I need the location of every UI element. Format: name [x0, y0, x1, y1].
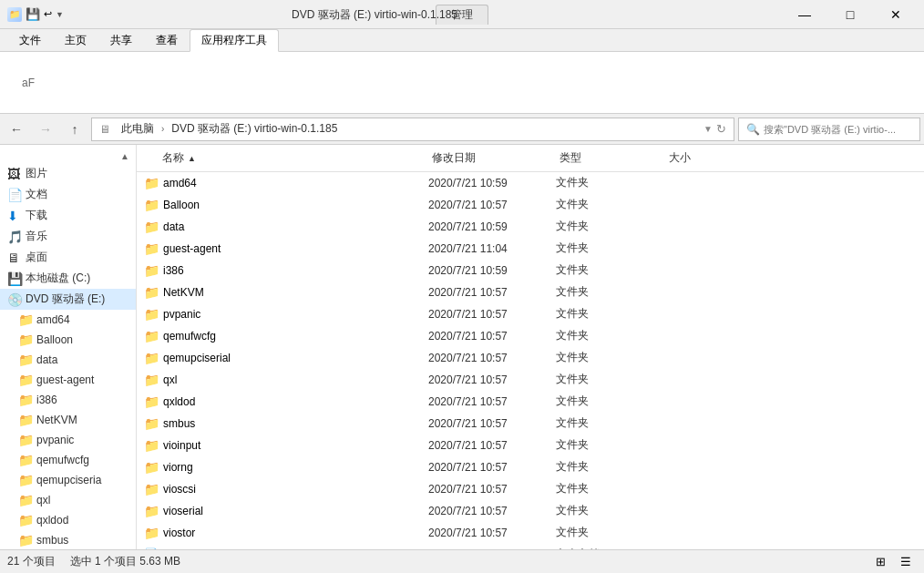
folder-icon: 📁	[144, 241, 159, 256]
sidebar-item-pvpanic[interactable]: 📁 pvpanic	[11, 430, 136, 450]
file-name-text: qemufwcfg	[163, 330, 216, 343]
file-type-cell: 文件夹	[556, 262, 665, 278]
sidebar-item-qemupciseria[interactable]: 📁 qemupciseria	[11, 470, 136, 490]
file-type-cell: 文件夹	[556, 372, 665, 387]
table-row[interactable]: 📁 vioscsi 2020/7/21 10:57 文件夹	[137, 478, 924, 500]
tab-home[interactable]: 主页	[53, 29, 98, 51]
sidebar-item-smbus[interactable]: 📁 smbus	[11, 530, 136, 549]
sidebar-item-amd64[interactable]: 📁 amd64	[11, 310, 136, 330]
table-row[interactable]: 📁 qxldod 2020/7/21 10:57 文件夹	[137, 391, 924, 413]
folder-icon: 📁	[144, 351, 159, 365]
close-button[interactable]: ✕	[875, 2, 917, 27]
tab-view[interactable]: 查看	[144, 29, 190, 51]
address-input[interactable]: 🖥 此电脑 › DVD 驱动器 (E:) virtio-win-0.1.185 …	[91, 118, 734, 141]
file-name-text: vioinput	[163, 439, 200, 452]
status-selected-items: 选中 1 个项目 5.63 MB	[70, 554, 180, 569]
col-header-name[interactable]: 名称 ▲	[137, 148, 428, 168]
sidebar-item-downloads[interactable]: ⬇ 下载	[0, 205, 136, 226]
quick-access-more[interactable]: ▼	[56, 10, 64, 19]
sidebar-label-documents: 文档	[26, 187, 47, 202]
sidebar-label-pvpanic: pvpanic	[36, 434, 74, 446]
sidebar-item-qemufwcfg[interactable]: 📁 qemufwcfg	[11, 450, 136, 470]
sidebar-label-guest-agent: guest-agent	[36, 373, 94, 386]
pictures-icon: 🖼	[7, 167, 22, 181]
sidebar-item-qxldod[interactable]: 📁 qxldod	[11, 510, 136, 530]
ribbon-content: aF	[0, 51, 924, 113]
status-bar: 21 个项目 选中 1 个项目 5.63 MB ⊞ ☰	[0, 549, 924, 573]
table-row[interactable]: 📁 viostor 2020/7/21 10:57 文件夹	[137, 522, 924, 544]
sidebar-item-desktop[interactable]: 🖥 桌面	[0, 247, 136, 268]
sidebar-item-i386[interactable]: 📁 i386	[11, 390, 136, 410]
file-list-header: 名称 ▲ 修改日期 类型 大小	[137, 145, 924, 172]
sidebar-label-qxl: qxl	[36, 494, 50, 506]
tab-share[interactable]: 共享	[98, 29, 144, 51]
quick-access-undo[interactable]: ↩	[44, 8, 52, 20]
sidebar-scroll-up-btn[interactable]: ▲	[118, 148, 132, 163]
table-row[interactable]: 📁 Balloon 2020/7/21 10:57 文件夹	[137, 194, 924, 216]
sidebar-item-guest-agent[interactable]: 📁 guest-agent	[11, 370, 136, 390]
file-name-cell: 📁 amd64	[137, 176, 428, 190]
sidebar-item-dvd[interactable]: 💿 DVD 驱动器 (E:)	[0, 289, 136, 310]
table-row[interactable]: 📁 amd64 2020/7/21 10:59 文件夹	[137, 172, 924, 194]
file-date-cell: 2020/7/21 10:57	[428, 308, 556, 321]
sidebar-item-documents[interactable]: 📄 文档	[0, 184, 136, 205]
sidebar: ▲ 🖼 图片 📄 文档 ⬇ 下载 🎵 音乐 🖥 桌面 💾 本地磁盘 (C:) 💿	[0, 145, 137, 549]
table-row[interactable]: 📁 vioserial 2020/7/21 10:57 文件夹	[137, 500, 924, 522]
table-row[interactable]: 📁 viorng 2020/7/21 10:57 文件夹	[137, 456, 924, 478]
table-row[interactable]: 📁 i386 2020/7/21 10:59 文件夹	[137, 260, 924, 281]
folder-icon-qxl: 📁	[18, 493, 33, 507]
table-row[interactable]: 📁 qxl 2020/7/21 10:57 文件夹	[137, 369, 924, 391]
table-row[interactable]: 📁 data 2020/7/21 10:59 文件夹	[137, 216, 924, 238]
folder-icon-i386: 📁	[18, 393, 33, 407]
quick-access-save[interactable]: 💾	[26, 7, 40, 21]
table-row[interactable]: 📁 qemupciserial 2020/7/21 10:57 文件夹	[137, 347, 924, 369]
search-box[interactable]: 🔍	[738, 118, 920, 141]
maximize-button[interactable]: □	[829, 2, 871, 27]
sidebar-item-localdisk[interactable]: 💾 本地磁盘 (C:)	[0, 268, 136, 289]
col-header-type[interactable]: 类型	[556, 148, 665, 168]
folder-icon-pvpanic: 📁	[18, 433, 33, 447]
sidebar-item-music[interactable]: 🎵 音乐	[0, 226, 136, 247]
grid-view-button[interactable]: ⊞	[869, 553, 891, 571]
tab-file[interactable]: 文件	[7, 29, 53, 51]
table-row[interactable]: 📁 smbus 2020/7/21 10:57 文件夹	[137, 413, 924, 435]
file-date-cell: 2020/7/21 10:57	[428, 505, 556, 517]
file-date-cell: 2020/7/21 10:59	[428, 264, 556, 277]
back-button[interactable]: ←	[4, 118, 29, 140]
folder-icon: 📁	[144, 198, 159, 212]
sidebar-item-data[interactable]: 📁 data	[11, 350, 136, 370]
address-segment-computer[interactable]: 此电脑	[118, 119, 158, 138]
list-view-button[interactable]: ☰	[895, 553, 917, 571]
sidebar-item-qxl[interactable]: 📁 qxl	[11, 490, 136, 510]
table-row[interactable]: 📁 vioinput 2020/7/21 10:57 文件夹	[137, 435, 924, 456]
minimize-button[interactable]: —	[784, 2, 826, 27]
file-date-cell: 2020/7/21 11:04	[428, 242, 556, 255]
col-header-size[interactable]: 大小	[665, 148, 756, 168]
address-refresh-btn[interactable]: ↻	[716, 122, 726, 136]
address-dropdown-btn[interactable]: ▼	[703, 124, 713, 134]
table-row[interactable]: 📁 pvpanic 2020/7/21 10:57 文件夹	[137, 303, 924, 325]
sidebar-item-netkvm[interactable]: 📁 NetKVM	[11, 410, 136, 430]
sidebar-item-balloon[interactable]: 📁 Balloon	[11, 330, 136, 350]
file-type-cell: 文件夹	[556, 175, 665, 190]
music-icon: 🎵	[7, 230, 22, 244]
sidebar-item-pictures[interactable]: 🖼 图片	[0, 163, 136, 184]
folder-icon-qemufwcfg: 📁	[18, 453, 33, 467]
file-type-cell: 文件夹	[556, 197, 665, 212]
file-date-cell: 2020/7/21 10:57	[428, 373, 556, 386]
file-type-cell: 文件夹	[556, 394, 665, 409]
search-input[interactable]	[764, 124, 912, 135]
dvd-icon: 💿	[7, 292, 22, 307]
sidebar-label-music: 音乐	[26, 229, 47, 244]
address-segment-drive[interactable]: DVD 驱动器 (E:) virtio-win-0.1.185	[168, 119, 341, 138]
table-row[interactable]: 📁 qemufwcfg 2020/7/21 10:57 文件夹	[137, 325, 924, 347]
table-row[interactable]: 📁 guest-agent 2020/7/21 11:04 文件夹	[137, 238, 924, 260]
file-type-cell: 文件夹	[556, 240, 665, 256]
tab-tools[interactable]: 应用程序工具	[190, 29, 279, 52]
folder-icon: 📁	[144, 220, 159, 234]
col-header-date[interactable]: 修改日期	[428, 148, 556, 168]
file-name-text: viorng	[163, 461, 193, 474]
table-row[interactable]: 📁 NetKVM 2020/7/21 10:57 文件夹	[137, 281, 924, 303]
up-button[interactable]: ↑	[62, 118, 87, 140]
forward-button[interactable]: →	[33, 118, 58, 140]
